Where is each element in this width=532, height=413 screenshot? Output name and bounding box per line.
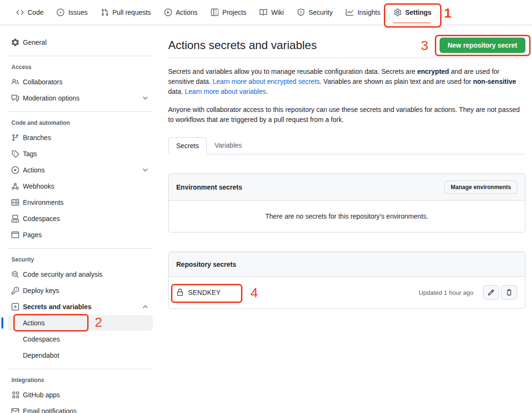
sidebar-item-code-security[interactable]: Code security and analysis bbox=[8, 267, 153, 282]
sidebar-divider bbox=[8, 111, 153, 112]
sidebar-item-label: Codespaces bbox=[23, 215, 60, 222]
sidebar-item-codespaces[interactable]: Codespaces bbox=[8, 211, 153, 226]
annotation-number-3: 3 bbox=[421, 39, 429, 52]
nav-tab-settings[interactable]: Settings 1 bbox=[388, 0, 437, 25]
nav-tab-label: Projects bbox=[222, 9, 247, 16]
nav-tab-projects[interactable]: Projects bbox=[205, 0, 252, 25]
sidebar-item-environments[interactable]: Environments bbox=[8, 195, 153, 210]
sidebar-item-collaborators[interactable]: Collaborators bbox=[8, 74, 153, 90]
nav-tab-label: Settings bbox=[405, 9, 432, 16]
sidebar-item-email-notifications[interactable]: Email notifications bbox=[8, 403, 153, 413]
intro-text: . bbox=[266, 88, 268, 95]
sidebar-subitem-actions[interactable]: Actions 2 bbox=[8, 315, 153, 331]
browser-icon bbox=[11, 231, 19, 239]
sidebar-item-general[interactable]: General bbox=[8, 35, 153, 50]
repository-secrets-header: Repository secrets bbox=[169, 252, 525, 277]
sidebar-item-tags[interactable]: Tags bbox=[8, 146, 153, 161]
sidebar-item-webhooks[interactable]: Webhooks bbox=[8, 179, 153, 194]
chevron-down-icon bbox=[141, 94, 149, 102]
annotation-number-1: 1 bbox=[444, 7, 452, 20]
intro-bold-encrypted: encrypted bbox=[417, 68, 449, 75]
sidebar-subitem-codespaces[interactable]: Codespaces bbox=[8, 332, 153, 347]
apps-icon bbox=[11, 391, 19, 399]
people-icon bbox=[11, 78, 19, 86]
nav-tab-label: Security bbox=[309, 9, 333, 16]
repository-secrets-title: Repository secrets bbox=[176, 261, 236, 268]
annotation-number-4: 4 bbox=[251, 286, 258, 300]
sidebar-subitem-dependabot[interactable]: Dependabot bbox=[8, 348, 153, 363]
new-repository-secret-button[interactable]: New repository secret bbox=[440, 38, 525, 53]
intro-text: Secrets and variables allow you to manag… bbox=[168, 68, 417, 75]
sidebar-section-code-automation: Code and automation bbox=[8, 120, 153, 126]
tab-secrets[interactable]: Secrets bbox=[168, 137, 207, 154]
sidebar-item-label: Environments bbox=[23, 199, 64, 206]
sidebar-item-label: Tags bbox=[23, 150, 37, 158]
tab-variables[interactable]: Variables bbox=[207, 137, 249, 154]
secret-row: SENDKEY 4 Updated 1 hour ago bbox=[169, 277, 525, 308]
gear-icon bbox=[394, 9, 402, 16]
nav-tab-label: Wiki bbox=[271, 9, 283, 16]
sidebar-item-label: Email notifications bbox=[23, 407, 77, 413]
server-icon bbox=[11, 199, 19, 206]
manage-environments-button[interactable]: Manage environments bbox=[444, 181, 517, 194]
link-encrypted-secrets[interactable]: Learn more about encrypted secrets bbox=[212, 78, 320, 85]
sidebar-item-moderation-options[interactable]: Moderation options bbox=[8, 91, 153, 106]
sidebar-item-label: GitHub apps bbox=[23, 391, 60, 399]
sidebar-section-security: Security bbox=[8, 256, 153, 263]
repo-nav: Code Issues Pull requests Actions Projec… bbox=[0, 0, 532, 25]
sidebar-item-pages[interactable]: Pages bbox=[8, 227, 153, 242]
nav-tab-label: Code bbox=[28, 9, 43, 16]
sidebar-item-label: Branches bbox=[23, 134, 51, 141]
git-pull-request-icon bbox=[101, 9, 109, 16]
intro-bold-non-sensitive: non-sensitive bbox=[473, 78, 516, 85]
delete-secret-button[interactable] bbox=[501, 285, 517, 300]
nav-tab-issues[interactable]: Issues bbox=[51, 0, 93, 25]
environment-secrets-title: Environment secrets bbox=[176, 183, 242, 191]
codespaces-icon bbox=[11, 215, 19, 222]
repository-secrets-box: Repository secrets SENDKEY 4 Updated 1 h… bbox=[168, 252, 525, 309]
sidebar-item-label: Secrets and variables bbox=[23, 303, 91, 311]
sidebar-section-access: Access bbox=[8, 64, 153, 71]
key-icon bbox=[11, 287, 19, 294]
nav-tab-pull-requests[interactable]: Pull requests bbox=[95, 0, 157, 25]
environment-secrets-header: Environment secrets Manage environments bbox=[169, 174, 525, 201]
chevron-down-icon bbox=[141, 166, 149, 174]
sidebar-item-label: Pages bbox=[23, 231, 42, 239]
sidebar-section-integrations: Integrations bbox=[8, 377, 153, 383]
sidebar-item-label: Code security and analysis bbox=[23, 271, 102, 278]
page-title: Actions secrets and variables bbox=[168, 39, 317, 52]
nav-tab-code[interactable]: Code bbox=[10, 0, 49, 25]
main-content: Actions secrets and variables New reposi… bbox=[161, 25, 532, 309]
nav-tab-insights[interactable]: Insights bbox=[340, 0, 386, 25]
sidebar-item-actions[interactable]: Actions bbox=[8, 162, 153, 178]
sidebar-item-secrets-and-variables[interactable]: Secrets and variables bbox=[8, 299, 153, 314]
sidebar-item-label: Actions bbox=[23, 166, 45, 174]
sidebar-item-github-apps[interactable]: GitHub apps bbox=[8, 387, 153, 403]
link-variables[interactable]: Learn more about variables bbox=[185, 88, 266, 95]
secret-name: SENDKEY bbox=[188, 289, 221, 296]
nav-tab-label: Insights bbox=[357, 9, 380, 16]
code-icon bbox=[16, 9, 24, 16]
sidebar-item-label: Collaborators bbox=[23, 78, 62, 86]
sidebar-item-branches[interactable]: Branches bbox=[8, 130, 153, 145]
nav-tab-security[interactable]: Security bbox=[291, 0, 339, 25]
edit-secret-button[interactable] bbox=[483, 285, 499, 300]
sidebar-item-label: General bbox=[23, 39, 47, 46]
nav-tab-wiki[interactable]: Wiki bbox=[254, 0, 289, 25]
lock-icon bbox=[176, 289, 184, 296]
mail-icon bbox=[11, 407, 19, 413]
git-branch-icon bbox=[11, 134, 19, 141]
graph-icon bbox=[346, 9, 353, 16]
key-asterisk-icon bbox=[11, 303, 19, 311]
webhook-icon bbox=[11, 182, 19, 190]
shield-icon bbox=[297, 9, 305, 16]
table-icon bbox=[211, 9, 219, 16]
nav-tab-actions[interactable]: Actions bbox=[159, 0, 203, 25]
pencil-icon bbox=[488, 289, 494, 296]
comment-discussion-icon bbox=[11, 94, 19, 102]
sidebar-item-deploy-keys[interactable]: Deploy keys bbox=[8, 283, 153, 298]
play-icon bbox=[164, 9, 172, 16]
gear-icon bbox=[11, 39, 19, 46]
tag-icon bbox=[11, 150, 19, 158]
environment-secrets-empty-text: There are no secrets for this repository… bbox=[169, 201, 525, 232]
